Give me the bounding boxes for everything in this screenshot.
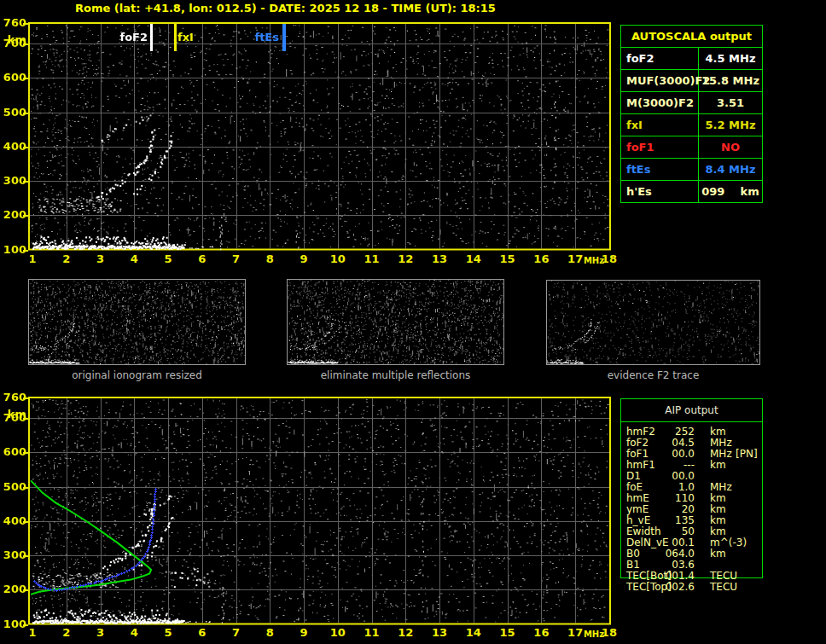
autoscala-table-title: AUTOSCALA output xyxy=(621,26,762,47)
page-title: Rome (lat: +41.8, lon: 012.5) - DATE: 20… xyxy=(75,2,496,15)
x-tick-label: 12 xyxy=(396,252,415,265)
x-tick-label: 10 xyxy=(329,252,347,265)
y-tick-label: 760 xyxy=(0,392,26,403)
thumbnail-original-ionogram xyxy=(28,279,246,365)
x-tick-label: 15 xyxy=(498,252,517,265)
x-tick-label: 15 xyxy=(498,626,517,639)
autoscala-row-foF1: foF1NO xyxy=(621,136,762,158)
autoscala-row-label: fxI xyxy=(621,114,699,136)
x-tick-label: 9 xyxy=(294,626,313,639)
top-ionogram-canvas xyxy=(3,22,612,252)
x-axis-unit-label: MHz xyxy=(582,256,606,265)
x-tick-label: 16 xyxy=(532,626,550,639)
autoscala-row-foF2: foF24.5 MHz xyxy=(621,47,762,69)
y-tick-label: 600 xyxy=(0,446,26,458)
autoscala-row-label: h'Es xyxy=(621,181,699,202)
bottom-ionogram-canvas xyxy=(3,396,612,626)
autoscala-row-label: M(3000)F2 xyxy=(621,92,699,113)
thumbnail-eliminate-canvas xyxy=(288,280,503,364)
y-tick-label: 400 xyxy=(0,141,26,153)
autoscala-row-label: foF1 xyxy=(621,136,699,158)
autoscala-screen: Rome (lat: +41.8, lon: 012.5) - DATE: 20… xyxy=(0,0,826,644)
x-tick-label: 13 xyxy=(430,626,449,639)
y-axis-unit-label: km xyxy=(0,408,26,421)
x-tick-label: 7 xyxy=(227,252,246,265)
autoscala-row-ftEs: ftEs8.4 MHz xyxy=(621,158,762,180)
aip-table-title: AIP output xyxy=(621,399,762,422)
aip-u: TECU xyxy=(710,582,737,593)
autoscala-row-value: 15.8 MHz xyxy=(699,70,762,91)
aip-x: [PN] xyxy=(736,449,758,460)
x-tick-label: 3 xyxy=(91,252,110,265)
autoscala-row-value: 3.51 xyxy=(699,92,762,113)
autoscala-row-label: MUF(3000)F2 xyxy=(621,70,699,91)
y-tick-label: 400 xyxy=(0,515,26,527)
aip-u: km xyxy=(710,548,726,560)
x-tick-label: 5 xyxy=(159,252,177,265)
x-tick-label: 16 xyxy=(532,252,550,265)
y-tick-label: 300 xyxy=(0,549,26,561)
x-tick-label: 1 xyxy=(23,626,42,639)
x-tick-label: 2 xyxy=(57,252,76,265)
x-tick-label: 11 xyxy=(363,252,381,265)
aip-row-TEC[Top]: TEC[Top]002.6TECU xyxy=(621,582,762,593)
thumbnail-caption-evidence: evidence F2 trace xyxy=(546,369,760,381)
y-axis-unit-label: km xyxy=(0,33,26,46)
x-tick-label: 10 xyxy=(329,626,347,639)
y-tick-label: 200 xyxy=(0,209,26,221)
x-tick-label: 5 xyxy=(159,626,177,639)
autoscala-row-label: foF2 xyxy=(621,48,699,69)
x-tick-label: 6 xyxy=(193,626,212,639)
x-tick-label: 8 xyxy=(260,626,279,639)
autoscala-row-value: 099 km xyxy=(699,181,762,202)
x-tick-label: 6 xyxy=(193,252,212,265)
y-tick-label: 760 xyxy=(0,17,26,29)
y-tick-label: 500 xyxy=(0,481,26,493)
marker-label-ftEs: ftEs xyxy=(245,32,279,44)
autoscala-row-value: NO xyxy=(699,136,762,158)
autoscala-row-h'Es: h'Es099 km xyxy=(621,180,762,202)
y-tick-label: 500 xyxy=(0,107,26,119)
x-tick-label: 7 xyxy=(227,626,246,639)
x-tick-label: 2 xyxy=(57,626,76,639)
thumbnail-eliminate-reflections xyxy=(287,279,504,365)
autoscala-output-table: AUTOSCALA output foF24.5 MHzMUF(3000)F21… xyxy=(620,25,763,203)
marker-label-foF2: foF2 xyxy=(113,32,148,44)
autoscala-row-M(3000)F2: M(3000)F23.51 xyxy=(621,91,762,113)
x-tick-label: 13 xyxy=(430,252,449,265)
aip-u: km xyxy=(710,460,726,471)
y-tick-label: 600 xyxy=(0,72,26,84)
x-tick-label: 11 xyxy=(363,626,381,639)
thumbnail-evidence-f2 xyxy=(546,280,760,365)
x-tick-label: 14 xyxy=(464,252,483,265)
thumbnail-original-canvas xyxy=(29,280,245,364)
aip-v: 002.6 xyxy=(657,582,695,593)
x-tick-label: 9 xyxy=(294,252,313,265)
x-axis-unit-label: MHz xyxy=(582,629,606,639)
thumbnail-evidence-canvas xyxy=(547,281,759,364)
autoscala-row-MUF(3000)F2: MUF(3000)F215.8 MHz xyxy=(621,69,762,91)
x-tick-label: 8 xyxy=(260,252,279,265)
marker-label-fxI: fxI xyxy=(177,32,203,44)
y-tick-label: 200 xyxy=(0,583,26,595)
x-tick-label: 1 xyxy=(23,252,42,265)
autoscala-row-value: 4.5 MHz xyxy=(699,48,762,69)
x-tick-label: 12 xyxy=(396,626,415,639)
x-tick-label: 4 xyxy=(125,626,143,639)
autoscala-row-value: 8.4 MHz xyxy=(699,159,762,180)
y-tick-label: 300 xyxy=(0,175,26,187)
aip-output-table: AIP output hmF2252kmfoF204.5MHzfoF100.0M… xyxy=(620,398,763,578)
thumbnail-caption-original: original ionogram resized xyxy=(28,369,246,381)
autoscala-row-fxI: fxI5.2 MHz xyxy=(621,113,762,136)
thumbnail-caption-eliminate: eliminate multiple reflections xyxy=(287,369,504,381)
x-tick-label: 4 xyxy=(125,252,143,265)
autoscala-row-label: ftEs xyxy=(621,159,699,180)
x-tick-label: 14 xyxy=(464,626,483,639)
x-tick-label: 3 xyxy=(91,626,110,639)
autoscala-row-value: 5.2 MHz xyxy=(699,114,762,136)
